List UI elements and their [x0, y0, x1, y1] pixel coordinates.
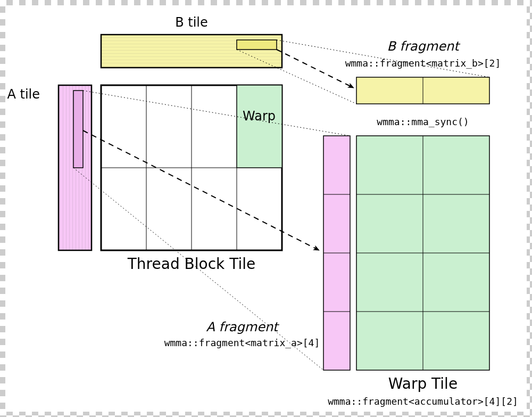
arrow-b-to-fragment: [277, 50, 354, 88]
mma-sync-label: wmma::mma_sync(): [377, 116, 469, 127]
accumulator-code: wmma::fragment<accumulator>[4][2]: [328, 396, 518, 407]
a-tile: [59, 85, 92, 250]
warp-tile: [356, 136, 489, 370]
b-fragment-code: wmma::fragment<matrix_b>[2]: [345, 58, 501, 69]
b-fragment-title: B fragment: [387, 39, 461, 54]
b-fragment: [356, 77, 489, 104]
svg-rect-5: [237, 40, 277, 50]
a-tile-label: A tile: [7, 87, 40, 102]
a-fragment-title: A fragment: [206, 320, 280, 334]
thread-block-tile-label: Thread Block Tile: [127, 255, 255, 273]
diagram-svg: B tile A tile Warp Thread Block Tile B f…: [5, 5, 527, 412]
diagram-canvas: B tile A tile Warp Thread Block Tile B f…: [5, 5, 527, 412]
warp-label: Warp: [243, 109, 276, 124]
svg-rect-7: [73, 91, 83, 168]
b-tile-label: B tile: [175, 15, 208, 30]
b-tile: [101, 35, 282, 68]
a-fragment-code: wmma::fragment<matrix_a>[4]: [164, 337, 320, 348]
svg-rect-9: [237, 85, 282, 168]
a-fragment: [323, 136, 350, 370]
warp-tile-label: Warp Tile: [388, 375, 458, 393]
